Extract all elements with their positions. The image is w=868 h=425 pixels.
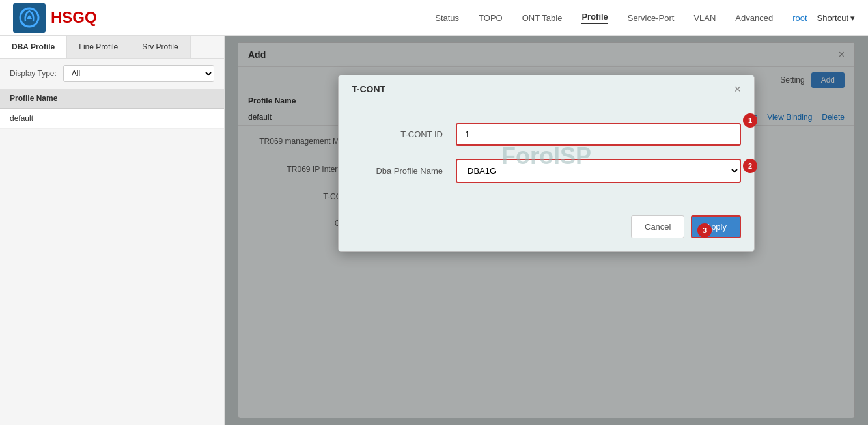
- tcont-id-label: T-CONT ID: [352, 130, 456, 139]
- profile-name-header: Profile Name: [0, 89, 224, 109]
- nav-service-port[interactable]: Service-Port: [628, 13, 675, 23]
- nav-links: Status TOPO ONT Table Profile Service-Po…: [435, 12, 773, 24]
- apply-button[interactable]: Apply: [691, 215, 741, 238]
- right-panel: Add × Setting Add Profile Name default V…: [225, 36, 868, 425]
- nav-topo[interactable]: TOPO: [479, 13, 503, 23]
- tab-line-profile[interactable]: Line Profile: [67, 36, 130, 58]
- tcont-modal: T-CONT × ForoISP T-CONT ID Dba: [338, 75, 755, 252]
- nav-profile[interactable]: Profile: [581, 12, 608, 24]
- main-area: DBA Profile Line Profile Srv Profile Dis…: [0, 36, 868, 425]
- modal-footer: Cancel Apply 3: [339, 209, 754, 251]
- display-type-select[interactable]: All: [63, 65, 214, 82]
- top-navbar: HSGQ Status TOPO ONT Table Profile Servi…: [0, 0, 868, 36]
- dba-profile-select[interactable]: DBA1G DBA2G default: [456, 159, 741, 183]
- logo-text: HSGQ: [51, 8, 97, 27]
- nav-ont-table[interactable]: ONT Table: [522, 13, 563, 23]
- logo-icon: [13, 3, 46, 33]
- cancel-button[interactable]: Cancel: [631, 215, 684, 238]
- tab-dba-profile[interactable]: DBA Profile: [0, 36, 67, 58]
- filter-label: Display Type:: [10, 69, 57, 78]
- tcont-id-input[interactable]: [456, 123, 741, 146]
- nav-vlan[interactable]: VLAN: [693, 13, 716, 23]
- modal-title: T-CONT: [352, 84, 385, 94]
- tab-srv-profile[interactable]: Srv Profile: [130, 36, 190, 58]
- filter-row: Display Type: All: [0, 59, 224, 89]
- modal-close-icon[interactable]: ×: [734, 83, 741, 95]
- modal-body: ForoISP T-CONT ID Dba Profile Name DBA1G: [339, 103, 754, 209]
- tcont-id-row: T-CONT ID: [352, 123, 741, 146]
- nav-advanced[interactable]: Advanced: [735, 13, 773, 23]
- step-2-circle: 2: [743, 159, 757, 173]
- tab-bar: DBA Profile Line Profile Srv Profile: [0, 36, 224, 59]
- logo-area: HSGQ: [13, 3, 97, 33]
- dba-profile-label: Dba Profile Name: [352, 166, 456, 176]
- nav-shortcut[interactable]: Shortcut ▾: [817, 13, 855, 23]
- nav-user[interactable]: root: [792, 13, 807, 23]
- sidebar: DBA Profile Line Profile Srv Profile Dis…: [0, 36, 225, 425]
- modal-overlay: T-CONT × ForoISP T-CONT ID Dba: [225, 36, 868, 425]
- dba-profile-row: Dba Profile Name DBA1G DBA2G default: [352, 159, 741, 183]
- modal-header: T-CONT ×: [339, 75, 754, 103]
- nav-status[interactable]: Status: [435, 13, 459, 23]
- step-1-circle: 1: [743, 113, 757, 128]
- list-item[interactable]: default: [0, 109, 224, 129]
